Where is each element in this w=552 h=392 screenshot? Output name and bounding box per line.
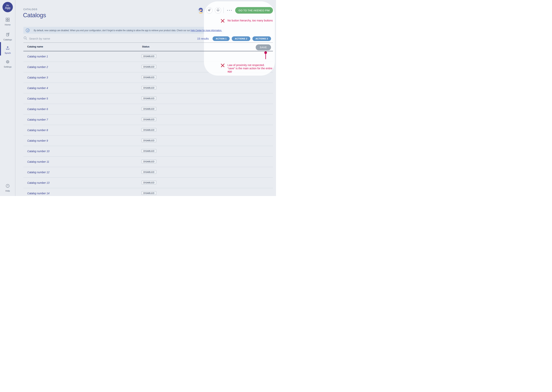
column-header-catalog-name: Catalog name — [27, 45, 43, 48]
status-badge: DISABLED — [141, 160, 156, 163]
table-row[interactable]: Catalog number 6 DISABLED — [23, 104, 273, 114]
megaphone-icon — [208, 8, 211, 13]
info-icon: i — [26, 28, 30, 32]
status-badge: DISABLED — [141, 118, 156, 121]
table-row[interactable]: Catalog number 5 DISABLED — [23, 93, 273, 104]
status-badge: DISABLED — [141, 54, 156, 58]
x-mark-icon — [220, 19, 225, 24]
catalog-name: Catalog number 5 — [27, 97, 48, 100]
status-badge: DISABLED — [141, 75, 156, 79]
table-row[interactable]: Catalog number 11 DISABLED — [23, 157, 273, 167]
catalog-name: Catalog number 7 — [27, 118, 48, 121]
actions-2-button[interactable]: ACTIONS 2 — [232, 36, 250, 41]
table-row[interactable]: Catalog number 13 DISABLED — [23, 178, 273, 188]
header-actions: GO TO THE AKENEO PIM — [198, 7, 273, 14]
svg-text:?: ? — [7, 185, 8, 187]
status-badge: DISABLED — [141, 128, 156, 132]
sidebar-item-help[interactable]: ? Help — [0, 184, 15, 192]
catalog-name: Catalog number 9 — [27, 139, 48, 142]
app-logo[interactable]: My App — [2, 2, 13, 12]
status-badge: DISABLED — [141, 97, 156, 100]
actions-2b-button[interactable]: ACTIONS 2 — [252, 36, 271, 41]
sidebar-item-label: Synch — [5, 52, 11, 54]
status-badge: DISABLED — [141, 139, 156, 142]
table-row[interactable]: Catalog number 14 DISABLED — [23, 188, 273, 196]
status-badge: DISABLED — [141, 107, 156, 111]
results-count: 15 results — [197, 37, 209, 40]
table-top-border — [23, 42, 273, 43]
sidebar-item-label: Catalogs — [3, 38, 12, 41]
annotation-text: Law of proximity not respected. “save” i… — [227, 63, 276, 73]
table-row[interactable]: Catalog number 12 DISABLED — [23, 167, 273, 178]
gear-icon — [6, 60, 10, 65]
sidebar: My App Home Catalogs — [0, 0, 15, 196]
banner-text: By default, new catalogs are disabled. W… — [34, 29, 222, 32]
info-banner: i By default, new catalogs are disabled.… — [23, 27, 224, 34]
catalog-name: Catalog number 12 — [27, 171, 50, 174]
sidebar-item-synch[interactable]: Synch — [0, 46, 15, 54]
annotation-save: Law of proximity not respected. “save” i… — [220, 63, 276, 73]
column-header-status: Status — [142, 45, 150, 48]
sidebar-item-home[interactable]: Home — [0, 18, 15, 26]
status-badge: DISABLED — [141, 65, 156, 69]
logo-line2: App — [5, 7, 10, 10]
table-row[interactable]: Catalog number 10 DISABLED — [23, 146, 273, 157]
search-icon — [23, 36, 27, 41]
status-badge: DISABLED — [141, 149, 156, 153]
table-header-border — [23, 51, 273, 51]
catalog-name: Catalog number 4 — [27, 86, 48, 90]
user-avatar[interactable] — [198, 7, 204, 14]
notifications-button[interactable] — [215, 7, 221, 14]
action-1-button[interactable]: ACTION 1 — [212, 36, 230, 41]
help-center-link[interactable]: Help Center for more information. — [190, 29, 222, 32]
catalog-name: Catalog number 3 — [27, 76, 48, 79]
x-mark-icon — [220, 63, 225, 68]
save-button[interactable]: SAVE — [256, 44, 271, 50]
breadcrumb: CATALOGS — [23, 8, 37, 11]
catalog-name: Catalog number 11 — [27, 160, 49, 163]
home-grid-icon — [6, 18, 10, 23]
sidebar-item-label: Settings — [4, 66, 12, 68]
table-row[interactable]: Catalog number 7 DISABLED — [23, 114, 273, 125]
catalog-name: Catalog number 2 — [27, 65, 48, 69]
table-row[interactable]: Catalog number 9 DISABLED — [23, 135, 273, 146]
status-badge: DISABLED — [141, 191, 156, 195]
bell-icon — [216, 8, 220, 13]
sidebar-item-label: Home — [5, 24, 11, 26]
sidebar-item-catalogs[interactable]: Catalogs — [0, 33, 15, 41]
annotation-buttons: No button hierarchy, too many buttons — [220, 19, 273, 24]
status-badge: DISABLED — [141, 86, 156, 90]
search-input[interactable] — [29, 37, 90, 40]
toolbar-actions: 15 results ACTION 1 ACTIONS 2 ACTIONS 2 — [197, 36, 271, 41]
search-bar — [23, 36, 90, 41]
sidebar-item-label: Help — [5, 190, 10, 192]
catalog-name: Catalog number 1 — [27, 55, 48, 58]
app-window: My App Home Catalogs — [0, 0, 276, 196]
table-row[interactable]: Catalog number 4 DISABLED — [23, 83, 273, 93]
upload-icon — [6, 46, 10, 51]
help-icon: ? — [6, 184, 10, 189]
catalog-name: Catalog number 8 — [27, 129, 48, 132]
page-title: Catalogs — [23, 12, 46, 19]
go-to-akeneo-pim-button[interactable]: GO TO THE AKENEO PIM — [235, 7, 273, 14]
status-badge: DISABLED — [141, 170, 156, 174]
sidebar-item-settings[interactable]: Settings — [0, 60, 15, 68]
catalog-name: Catalog number 14 — [27, 192, 50, 195]
table-row[interactable]: Catalog number 8 DISABLED — [23, 125, 273, 135]
more-menu-button[interactable] — [226, 10, 233, 11]
annotation-pin — [264, 51, 267, 60]
announcements-button[interactable] — [206, 7, 212, 14]
catalog-name: Catalog number 10 — [27, 150, 50, 153]
annotation-text: No button hierarchy, too many buttons — [227, 19, 273, 22]
catalog-name: Catalog number 13 — [27, 181, 50, 184]
catalog-name: Catalog number 6 — [27, 108, 48, 111]
logo-line1: My — [6, 4, 9, 7]
book-icon — [6, 33, 10, 37]
svg-text:i: i — [27, 29, 29, 32]
status-badge: DISABLED — [141, 181, 156, 184]
